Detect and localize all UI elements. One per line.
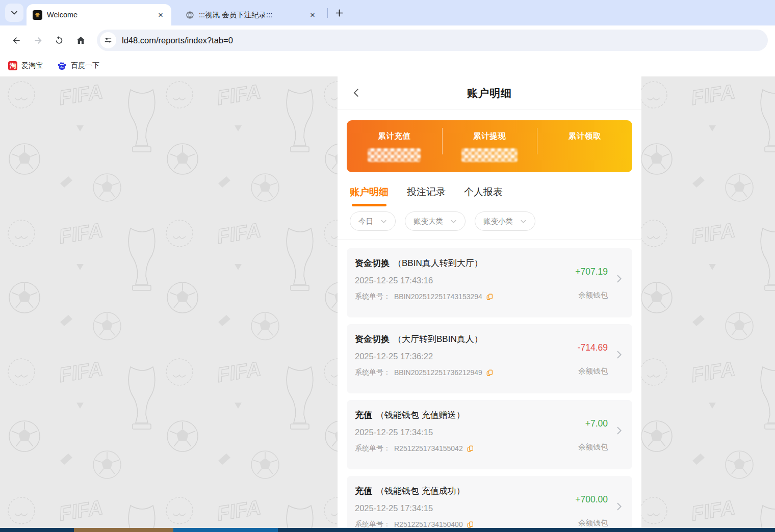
- amount: +7.00: [585, 418, 608, 429]
- summary-label: 累计领取: [569, 131, 601, 142]
- url-text: ld48.com/reports/index?tab=0: [122, 36, 233, 45]
- tab-separator: [327, 8, 328, 18]
- transaction-row[interactable]: 资金切换（大厅转到BBIN真人） 2025-12-25 17:36:22 系统单…: [347, 324, 632, 393]
- order-prefix: 系统单号：: [355, 368, 391, 377]
- amount: +707.19: [575, 267, 608, 277]
- transaction-title: 充值（钱能钱包 充值赠送）: [355, 409, 624, 421]
- copy-icon[interactable]: [467, 521, 474, 528]
- site-settings-icon[interactable]: [100, 32, 116, 48]
- report-tab[interactable]: 投注记录: [407, 185, 446, 206]
- address-bar[interactable]: ld48.com/reports/index?tab=0: [97, 30, 768, 51]
- report-tab[interactable]: 账户明细: [350, 185, 389, 206]
- taskbar-segment: [173, 528, 278, 532]
- blurred-value: [461, 148, 518, 162]
- copy-icon[interactable]: [467, 445, 474, 453]
- chevron-down-icon: [380, 218, 387, 225]
- order-number: R2512251734150400: [394, 520, 463, 528]
- new-tab-button[interactable]: [332, 6, 346, 19]
- taskbar-segment: [74, 528, 173, 532]
- chevron-down-icon: [450, 218, 457, 225]
- wallet-label: 余额钱包: [578, 442, 608, 452]
- chevron-right-icon[interactable]: [614, 425, 624, 436]
- copy-icon[interactable]: [486, 293, 494, 301]
- browser-tab-records[interactable]: :::视讯 会员下注纪录::: ×: [179, 4, 323, 25]
- tab-close-icon[interactable]: ×: [156, 10, 165, 20]
- tab-title: Welcome: [47, 11, 151, 19]
- chevron-right-icon[interactable]: [614, 350, 624, 360]
- account-detail-panel: 账户明细 累计充值 累计提现 累计领取 账户明细投注记录个人报表 今日 账变大类: [338, 76, 641, 528]
- page-title: 账户明细: [467, 86, 512, 100]
- transaction-row[interactable]: 充值（钱能钱包 充值成功） 2025-12-25 17:34:15 系统单号：R…: [347, 476, 632, 528]
- tab-title: :::视讯 会员下注纪录:::: [199, 10, 303, 20]
- transaction-row[interactable]: 充值（钱能钱包 充值赠送） 2025-12-25 17:34:15 系统单号：R…: [347, 400, 632, 469]
- bookmark-baidu[interactable]: du 百度一下: [57, 61, 99, 71]
- transaction-type: 充值: [355, 410, 372, 420]
- chevron-down-icon: [520, 218, 527, 225]
- site-favicon-icon: [33, 10, 42, 20]
- chevron-down-icon: [11, 9, 18, 16]
- transaction-detail: （钱能钱包 充值赠送）: [376, 410, 465, 420]
- transaction-time: 2025-12-25 17:34:15: [355, 428, 624, 437]
- wallet-label: 余额钱包: [578, 366, 608, 376]
- blurred-value: [368, 148, 421, 162]
- order-prefix: 系统单号：: [355, 520, 391, 528]
- home-button[interactable]: [71, 31, 90, 49]
- summary-card: 累计充值 累计提现 累计领取: [347, 120, 632, 172]
- summary-column: 累计提现: [442, 120, 537, 172]
- back-icon[interactable]: [351, 87, 362, 100]
- report-tabs: 账户明细投注记录个人报表: [338, 172, 641, 206]
- summary-label: 累计提现: [473, 131, 506, 142]
- filter-label: 今日: [358, 217, 373, 226]
- amount: -714.69: [578, 342, 608, 353]
- forward-button[interactable]: [29, 31, 47, 49]
- order-number: BBIN202512251743153294: [394, 292, 482, 301]
- transaction-row[interactable]: 资金切换（BBIN真人转到大厅） 2025-12-25 17:43:16 系统单…: [347, 248, 632, 317]
- summary-column: 累计领取: [537, 120, 632, 172]
- taobao-icon: 淘: [8, 61, 17, 70]
- transaction-list: 资金切换（BBIN真人转到大厅） 2025-12-25 17:43:16 系统单…: [338, 240, 641, 528]
- summary-label: 累计充值: [378, 131, 410, 142]
- reload-button[interactable]: [50, 31, 68, 49]
- bookmark-taobao[interactable]: 淘 爱淘宝: [8, 61, 43, 70]
- filter-dropdown[interactable]: 账变大类: [405, 211, 466, 231]
- transaction-detail: （BBIN真人转到大厅）: [393, 258, 483, 268]
- baidu-paw-icon: du: [57, 61, 67, 71]
- order-number: BBIN202512251736212949: [394, 368, 482, 377]
- filter-label: 账变小类: [483, 217, 513, 226]
- transaction-detail: （钱能钱包 充值成功）: [376, 486, 465, 496]
- tab-search-button[interactable]: [5, 4, 23, 22]
- report-tab[interactable]: 个人报表: [464, 185, 503, 206]
- order-number: R2512251734155042: [394, 444, 463, 453]
- globe-icon: [186, 11, 194, 19]
- panel-header: 账户明细: [338, 76, 641, 110]
- copy-icon[interactable]: [486, 369, 494, 377]
- filter-dropdown[interactable]: 账变小类: [475, 211, 535, 231]
- filter-label: 账变大类: [414, 217, 443, 226]
- browser-tab-welcome[interactable]: Welcome ×: [27, 4, 171, 25]
- taskbar-edge: [0, 528, 775, 532]
- filter-dropdown[interactable]: 今日: [350, 211, 396, 231]
- bookmarks-bar: 淘 爱淘宝 du 百度一下: [0, 55, 775, 76]
- transaction-detail: （大厅转到BBIN真人）: [393, 334, 483, 344]
- transaction-type: 充值: [355, 486, 372, 496]
- tab-close-icon[interactable]: ×: [308, 10, 317, 20]
- back-button[interactable]: [7, 31, 25, 49]
- transaction-type: 资金切换: [355, 334, 390, 344]
- filter-row: 今日 账变大类 账变小类: [338, 206, 641, 240]
- wallet-label: 余额钱包: [578, 290, 608, 300]
- order-prefix: 系统单号：: [355, 292, 391, 301]
- browser-toolbar: ld48.com/reports/index?tab=0: [0, 25, 775, 55]
- amount: +700.00: [575, 494, 608, 505]
- order-prefix: 系统单号：: [355, 444, 391, 453]
- chevron-right-icon[interactable]: [614, 501, 624, 512]
- svg-text:du: du: [60, 66, 63, 69]
- wallet-label: 余额钱包: [578, 518, 608, 528]
- bookmark-label: 百度一下: [71, 61, 99, 70]
- transaction-type: 资金切换: [355, 258, 390, 268]
- chevron-right-icon[interactable]: [614, 274, 624, 284]
- bookmark-label: 爱淘宝: [21, 61, 43, 70]
- summary-column: 累计充值: [347, 120, 442, 172]
- browser-tab-strip: Welcome × :::视讯 会员下注纪录::: ×: [0, 0, 775, 25]
